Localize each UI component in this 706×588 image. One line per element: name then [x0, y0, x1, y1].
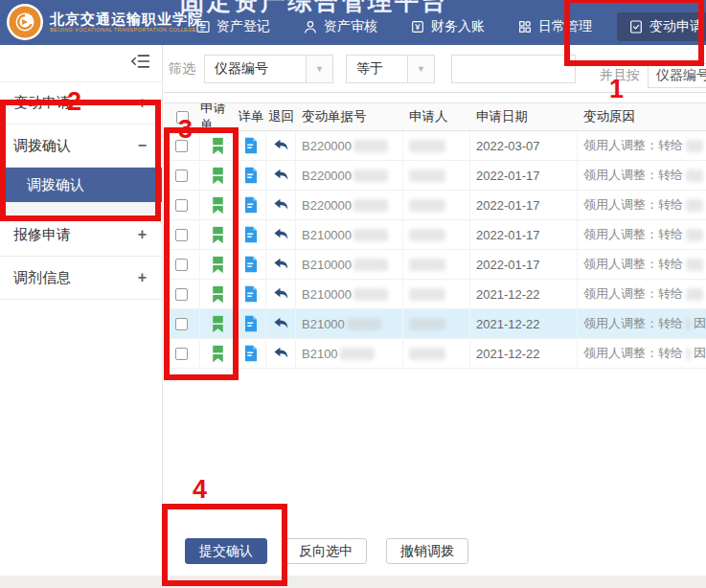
detail-doc-icon[interactable]: [243, 285, 259, 303]
expand-toggle-icon[interactable]: +: [138, 269, 147, 286]
submenu-strip: [0, 202, 162, 214]
row-checkbox[interactable]: [175, 229, 188, 241]
sidebar-item-label: 变动申请: [13, 94, 71, 112]
sidebar-item-label: 调拨确认: [13, 137, 71, 155]
bookmark-icon[interactable]: [211, 256, 225, 274]
sort-field-select[interactable]: 仪器编号: [648, 63, 706, 88]
bookmark-icon[interactable]: [211, 196, 225, 215]
submit-confirm-button[interactable]: 提交确认: [185, 538, 267, 564]
detail-doc-icon[interactable]: [243, 167, 259, 184]
main-panel: 筛选 仪器编号 ▼ 等于 ▼ 并且按 仪器编号 申请单 详单 退回 变动单据号 …: [164, 45, 706, 588]
row-checkbox[interactable]: [175, 288, 188, 301]
top-nav: 资产登记资产审核财务入账日常管理变动申请: [188, 12, 706, 41]
filter-operator-select[interactable]: 等于 ▼: [346, 55, 435, 83]
doc-no-blur: [353, 288, 388, 301]
sort-field-value: 仪器编号: [656, 67, 706, 84]
undo-icon[interactable]: [273, 168, 289, 183]
row-checkbox[interactable]: [175, 348, 188, 360]
row-checkbox[interactable]: [175, 140, 188, 152]
apply-date: 2021-12-22: [476, 287, 540, 302]
detail-doc-icon[interactable]: [243, 256, 259, 273]
row-checkbox[interactable]: [175, 318, 188, 330]
nav-item-label: 日常管理: [538, 18, 592, 35]
doc-no: B220000: [302, 169, 352, 183]
detail-doc-icon[interactable]: [243, 226, 259, 243]
doc-no-blur: [347, 318, 381, 330]
cancel-transfer-button[interactable]: 撤销调拨: [386, 538, 468, 564]
doc-no: B21000: [302, 317, 345, 331]
col-header-return: 退回: [266, 103, 296, 130]
reason-blur: [686, 170, 703, 182]
undo-icon[interactable]: [273, 197, 289, 213]
detail-doc-icon[interactable]: [243, 345, 259, 362]
nav-item-daily-manage[interactable]: 日常管理: [510, 13, 600, 40]
doc-no: B220000: [302, 198, 352, 213]
undo-icon[interactable]: [273, 227, 289, 242]
sidebar-menu: 变动申请+调拨确认−调拨确认报修申请+调剂信息+: [0, 81, 162, 300]
reason-blur: [686, 288, 703, 301]
applicant-blur: [409, 318, 445, 330]
bookmark-icon[interactable]: [211, 167, 225, 185]
change-reason: 领用人调整：转给: [583, 345, 683, 362]
table-row: B210002021-12-22领用人调整：转给因: [164, 309, 706, 339]
invert-selection-button[interactable]: 反向选中: [285, 538, 367, 564]
filter-field-value: 仪器编号: [205, 56, 306, 82]
filter-bar: 筛选 仪器编号 ▼ 等于 ▼ 并且按 仪器编号: [164, 45, 706, 93]
reason-blur: [686, 348, 691, 360]
bookmark-icon[interactable]: [211, 137, 225, 155]
sidebar-item-adjust-info-group[interactable]: 调剂信息+: [0, 257, 162, 300]
select-all-checkbox[interactable]: [176, 111, 189, 124]
detail-doc-icon[interactable]: [243, 196, 259, 214]
sidebar-item-transfer-confirm-group[interactable]: 调拨确认−: [0, 124, 162, 168]
doc-no: B210000: [302, 258, 352, 272]
sidebar-item-repair-apply-group[interactable]: 报修申请+: [0, 214, 162, 257]
nav-item-asset-register[interactable]: 资产登记: [188, 13, 278, 40]
sidebar-collapse-icon[interactable]: [131, 53, 150, 74]
undo-icon[interactable]: [273, 316, 289, 331]
action-bar: 提交确认反向选中撤销调拨: [185, 538, 488, 564]
reason-blur: [686, 229, 703, 241]
undo-icon[interactable]: [273, 138, 289, 153]
undo-icon[interactable]: [273, 257, 289, 272]
bookmark-icon[interactable]: [211, 345, 225, 363]
col-header-detail: 详单: [236, 103, 266, 130]
bookmark-icon[interactable]: [211, 315, 225, 333]
bookmark-icon[interactable]: [211, 285, 225, 304]
expand-toggle-icon[interactable]: +: [138, 226, 147, 243]
bookmark-icon[interactable]: [211, 226, 225, 244]
col-header-apply-slip: 申请单: [200, 103, 236, 130]
expand-toggle-icon[interactable]: −: [138, 137, 147, 154]
apply-date: 2022-01-17: [476, 228, 540, 242]
nav-item-finance-entry[interactable]: 财务入账: [402, 13, 492, 40]
doc-no-blur: [353, 140, 388, 152]
detail-doc-icon[interactable]: [243, 137, 259, 154]
undo-icon[interactable]: [273, 286, 289, 302]
applicant-blur: [409, 348, 445, 360]
doc-no: B210000: [302, 228, 352, 242]
doc-no: B2100: [302, 347, 338, 361]
row-checkbox[interactable]: [175, 259, 188, 271]
doc-no: B220000: [302, 139, 352, 153]
table-body: B2200002022-03-07领用人调整：转给B2200002022-01-…: [164, 131, 706, 369]
sidebar-subitem-transfer-confirm-sub[interactable]: 调拨确认: [0, 168, 162, 202]
table-header-row: 申请单 详单 退回 变动单据号 申请人 申请日期 变动原因: [164, 102, 706, 131]
row-checkbox[interactable]: [175, 170, 188, 182]
detail-doc-icon[interactable]: [243, 315, 259, 332]
filter-value-input[interactable]: [451, 55, 576, 83]
sidebar: 变动申请+调拨确认−调拨确认报修申请+调剂信息+: [0, 45, 163, 588]
sort-label: 并且按: [600, 67, 640, 84]
apply-date: 2022-01-17: [476, 169, 540, 183]
finance-icon: [410, 19, 425, 34]
row-checkbox[interactable]: [175, 199, 188, 212]
filter-field-select[interactable]: 仪器编号 ▼: [204, 55, 333, 83]
table-row: B21002021-12-22领用人调整：转给因: [164, 339, 706, 369]
expand-toggle-icon[interactable]: +: [138, 95, 147, 112]
undo-icon[interactable]: [273, 346, 289, 361]
col-header-change-reason: 变动原因: [578, 103, 706, 130]
nav-item-change-apply[interactable]: 变动申请: [617, 12, 706, 41]
col-header-doc-no: 变动单据号: [296, 103, 403, 130]
sidebar-item-change-apply-group[interactable]: 变动申请+: [0, 81, 162, 124]
nav-item-asset-audit[interactable]: 资产审核: [295, 13, 385, 40]
table-row: B2100002022-01-17领用人调整：转给: [164, 250, 706, 280]
change-reason: 领用人调整：转给: [583, 315, 683, 332]
